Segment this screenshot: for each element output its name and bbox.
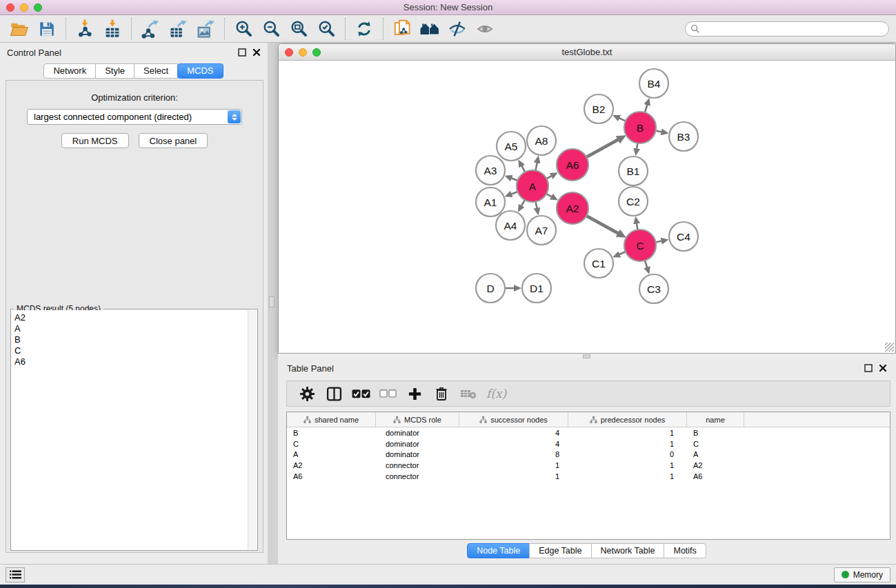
run-mcds-button[interactable]: Run MCDS <box>61 133 129 148</box>
cell-predecessor-nodes: 0 <box>568 450 687 458</box>
mcds-result-item[interactable]: C <box>14 345 247 356</box>
close-table-panel-icon[interactable] <box>879 364 887 372</box>
export-image-icon[interactable] <box>192 17 219 41</box>
graph-node-label-A7: A7 <box>535 225 548 236</box>
zoom-out-icon[interactable] <box>257 17 285 41</box>
zoom-network-window-icon[interactable] <box>312 48 321 57</box>
tab-network-table[interactable]: Network Table <box>591 543 665 558</box>
vertical-splitter-handle[interactable] <box>269 296 275 307</box>
mcds-result-item[interactable]: A2 <box>14 312 247 323</box>
cell-predecessor-nodes: 1 <box>568 461 687 469</box>
zoom-window-icon[interactable] <box>34 3 42 12</box>
cell-name: B <box>687 429 744 437</box>
node-table: shared nameMCDS rolesuccessor nodesprede… <box>286 412 890 540</box>
mcds-result-item[interactable]: A6 <box>14 356 247 367</box>
save-session-icon[interactable] <box>33 17 61 41</box>
float-panel-icon[interactable] <box>238 48 246 57</box>
network-traffic-lights <box>285 48 321 57</box>
memory-button[interactable]: Memory <box>834 567 890 582</box>
network-window-titlebar[interactable]: testGlobe.txt <box>279 44 895 61</box>
minimize-network-window-icon[interactable] <box>299 48 307 57</box>
graph-node-label-C3: C3 <box>647 283 661 295</box>
graph-node-label-A2: A2 <box>566 203 579 214</box>
add-column-icon[interactable] <box>404 383 425 404</box>
task-history-button[interactable] <box>6 567 25 582</box>
mcds-result-list[interactable]: A2ABCA6 <box>12 310 247 549</box>
table-toolbar: f(x) <box>286 381 890 407</box>
table-panel-tabs: Node TableEdge TableNetwork TableMotifs <box>278 543 896 558</box>
toolbar-separator <box>383 18 384 40</box>
show-graphics-details-icon[interactable] <box>471 17 499 41</box>
import-table-icon[interactable] <box>99 17 126 41</box>
result-scrollbar[interactable] <box>248 310 257 549</box>
graph-node-label-D: D <box>486 283 494 294</box>
search-box[interactable] <box>685 21 889 37</box>
tab-node-table[interactable]: Node Table <box>467 543 530 558</box>
close-panel-button[interactable]: Close panel <box>139 133 208 148</box>
export-table-icon[interactable] <box>164 17 192 41</box>
window-resize-grip[interactable] <box>885 343 894 352</box>
column-header-successor-nodes[interactable]: successor nodes <box>459 412 568 427</box>
toolbar-separator <box>131 18 132 40</box>
delete-table-icon[interactable] <box>458 383 479 404</box>
control-panel: Control Panel NetworkStyleSelectMCDS Opt… <box>0 43 268 564</box>
settings-gear-icon[interactable] <box>297 383 317 404</box>
graph-node-label-B2: B2 <box>593 103 606 115</box>
zoom-in-icon[interactable] <box>230 17 257 41</box>
network-canvas[interactable]: B4B2BB3A8A5A6A3B1AA1C2A2A4A7C4CC1C3DD1 <box>279 61 895 353</box>
criterion-dropdown-value: largest connected component (directed) <box>28 112 228 122</box>
export-network-icon[interactable] <box>137 17 164 41</box>
close-network-window-icon[interactable] <box>285 48 293 57</box>
table-row[interactable]: Adominator80A <box>287 449 890 460</box>
hide-graphics-details-icon[interactable] <box>444 17 471 41</box>
table-row[interactable]: Cdominator41C <box>287 438 890 449</box>
column-header-predecessor-nodes[interactable]: predecessor nodes <box>568 412 687 427</box>
tab-mcds[interactable]: MCDS <box>177 63 223 79</box>
mcds-result-item[interactable]: A <box>14 323 247 334</box>
import-network-icon[interactable] <box>71 17 99 41</box>
mcds-result-item[interactable]: B <box>14 334 247 345</box>
task-list-icon <box>10 570 21 579</box>
graph-node-label-C4: C4 <box>677 231 690 243</box>
zoom-selected-icon[interactable] <box>312 17 340 41</box>
delete-column-trash-icon[interactable] <box>431 383 452 404</box>
cell-shared-name: A <box>287 450 376 458</box>
tab-edge-table[interactable]: Edge Table <box>529 543 591 558</box>
graph-node-label-A5: A5 <box>505 141 518 152</box>
search-input[interactable] <box>699 24 888 34</box>
control-panel-tabs: NetworkStyleSelectMCDS <box>0 63 268 79</box>
refresh-icon[interactable] <box>350 17 378 41</box>
tab-motifs[interactable]: Motifs <box>664 543 706 558</box>
tab-select[interactable]: Select <box>134 63 178 79</box>
minimize-window-icon[interactable] <box>20 3 28 12</box>
criterion-dropdown[interactable]: largest connected component (directed) <box>27 109 242 125</box>
close-panel-icon[interactable] <box>252 48 261 57</box>
column-header-mcds-role[interactable]: MCDS role <box>376 412 459 427</box>
home-icon[interactable] <box>416 17 444 41</box>
function-builder-icon[interactable]: f(x) <box>485 383 506 404</box>
table-panel: Table Panel <box>278 359 896 564</box>
cell-successor-nodes: 4 <box>459 440 568 448</box>
graph-node-label-D1: D1 <box>530 283 544 294</box>
cell-successor-nodes: 1 <box>459 461 568 469</box>
graph-node-label-C1: C1 <box>592 258 606 270</box>
split-panel-icon[interactable] <box>323 383 344 404</box>
column-header-shared-name[interactable]: shared name <box>287 412 376 427</box>
horizontal-splitter-handle[interactable] <box>583 354 590 358</box>
window-titlebar[interactable]: Session: New Session <box>0 0 896 15</box>
open-session-file-icon[interactable] <box>388 17 416 41</box>
tab-network[interactable]: Network <box>43 63 96 79</box>
table-row[interactable]: A6connector11A6 <box>287 471 890 482</box>
table-row[interactable]: A2connector11A2 <box>287 460 890 471</box>
close-window-icon[interactable] <box>6 3 14 12</box>
traffic-lights <box>6 3 42 12</box>
deselect-all-checkboxes-icon[interactable] <box>377 383 398 404</box>
float-table-panel-icon[interactable] <box>864 364 873 372</box>
select-all-checkboxes-icon[interactable] <box>350 383 371 404</box>
zoom-fit-icon[interactable] <box>285 17 312 41</box>
column-header-name[interactable]: name <box>687 412 744 427</box>
tab-style[interactable]: Style <box>95 63 135 79</box>
table-row[interactable]: Bdominator41B <box>287 427 890 438</box>
cell-successor-nodes: 8 <box>459 450 568 458</box>
open-file-icon[interactable] <box>6 17 33 41</box>
